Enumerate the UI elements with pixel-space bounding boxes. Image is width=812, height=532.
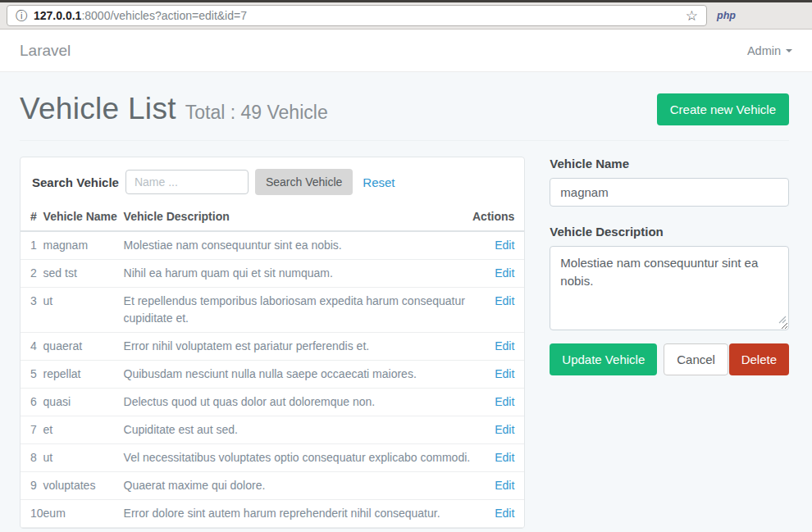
browser-toolbar: ⓘ 127.0.0.1:8000/vehicles?action=edit&id…	[0, 2, 812, 30]
php-extension-icon[interactable]: php	[717, 10, 736, 21]
search-label: Search Vehicle	[32, 175, 119, 189]
browser-chrome: ⓘ 127.0.0.1:8000/vehicles?action=edit&id…	[0, 0, 812, 30]
vehicle-description-cell: Nihil ea harum quam qui et sit numquam.	[124, 260, 472, 288]
row-number-cell: 8	[21, 444, 43, 472]
vehicle-description-cell: Error nihil voluptatem est pariatur perf…	[124, 333, 472, 361]
row-number-cell: 5	[21, 361, 43, 389]
vehicle-description-cell: Error dolore sint autem harum reprehende…	[124, 500, 472, 528]
page-title: Vehicle List	[20, 92, 176, 126]
navbar: Laravel Admin	[0, 30, 812, 72]
vehicle-name-cell: quasi	[43, 389, 124, 416]
vehicle-description-input[interactable]: Molestiae nam consequuntur sint ea nobis…	[550, 246, 789, 330]
search-form: Search Vehicle Search Vehicle Reset	[21, 157, 524, 205]
table-row: 5 repellat Quibusdam nesciunt nulla null…	[21, 361, 524, 389]
update-vehicle-button[interactable]: Update Vehicle	[550, 343, 657, 375]
vehicle-description-cell: Molestiae nam consequuntur sint ea nobis…	[124, 231, 472, 260]
delete-button[interactable]: Delete	[729, 343, 789, 375]
url-text: 127.0.0.1:8000/vehicles?action=edit&id=7	[34, 9, 247, 22]
url-host: 127.0.0.1	[34, 9, 81, 22]
vehicle-description-cell: Et repellendus temporibus laboriosam exp…	[124, 288, 472, 333]
vehicle-name-cell: quaerat	[43, 333, 124, 361]
table-row: 1 magnam Molestiae nam consequuntur sint…	[21, 231, 524, 260]
col-header-desc: Vehicle Description	[124, 205, 472, 231]
admin-menu[interactable]: Admin	[747, 44, 792, 57]
table-row: 8 ut Vel necessitatibus voluptates optio…	[21, 444, 524, 472]
row-number-cell: 9	[21, 472, 43, 500]
edit-link[interactable]: Edit	[495, 294, 514, 307]
row-number-cell: 4	[21, 333, 43, 361]
textarea-wrapper: Molestiae nam consequuntur sint ea nobis…	[550, 246, 789, 330]
vehicle-name-cell: sed tst	[43, 260, 124, 288]
caret-down-icon	[786, 49, 792, 52]
page-body: Vehicle List Total : 49 Vehicle Create n…	[0, 72, 812, 529]
vehicle-name-cell: ut	[43, 444, 124, 472]
address-bar[interactable]: ⓘ 127.0.0.1:8000/vehicles?action=edit&id…	[7, 5, 707, 26]
edit-link[interactable]: Edit	[495, 266, 514, 280]
page-header: Vehicle List Total : 49 Vehicle Create n…	[20, 72, 789, 141]
table-row: 9 voluptates Quaerat maxime qui dolore. …	[21, 472, 524, 500]
content-row: Search Vehicle Search Vehicle Reset # Ve…	[20, 157, 789, 529]
vehicle-description-cell: Quaerat maxime qui dolore.	[124, 472, 472, 500]
admin-menu-label: Admin	[747, 44, 781, 57]
vehicle-list-card: Search Vehicle Search Vehicle Reset # Ve…	[20, 157, 525, 529]
edit-link[interactable]: Edit	[495, 339, 514, 352]
edit-link[interactable]: Edit	[495, 423, 514, 436]
row-number-cell: 3	[21, 288, 43, 333]
edit-link[interactable]: Edit	[495, 451, 514, 464]
table-row: 10 eum Error dolore sint autem harum rep…	[21, 500, 524, 528]
edit-link[interactable]: Edit	[495, 367, 514, 380]
table-row: 4 quaerat Error nihil voluptatem est par…	[21, 333, 524, 361]
col-header-actions: Actions	[472, 205, 524, 231]
vehicle-name-cell: voluptates	[43, 472, 124, 500]
form-buttons: Update Vehicle Cancel Delete	[550, 343, 789, 375]
vehicle-name-input[interactable]	[550, 178, 789, 207]
row-number-cell: 2	[21, 260, 43, 288]
total-count: Total : 49 Vehicle	[185, 95, 328, 124]
col-header-name: Vehicle Name	[43, 205, 124, 231]
search-input[interactable]	[125, 170, 249, 194]
vehicle-description-cell: Delectus quod ut quas dolor aut doloremq…	[124, 389, 472, 416]
brand-laravel[interactable]: Laravel	[20, 42, 71, 60]
table-row: 2 sed tst Nihil ea harum quam qui et sit…	[21, 260, 524, 288]
table-row: 7 et Cupiditate est aut sed. Edit	[21, 416, 524, 444]
row-number-cell: 7	[21, 416, 43, 444]
create-vehicle-button[interactable]: Create new Vehicle	[657, 93, 789, 125]
cancel-button[interactable]: Cancel	[664, 343, 728, 375]
vehicle-name-cell: eum	[43, 500, 124, 528]
row-number-cell: 6	[21, 389, 43, 416]
edit-link[interactable]: Edit	[495, 395, 514, 408]
vehicle-table: # Vehicle Name Vehicle Description Actio…	[21, 205, 524, 528]
vehicle-name-cell: et	[43, 416, 124, 444]
vehicle-description-cell: Vel necessitatibus voluptates optio cons…	[124, 444, 472, 472]
vehicle-name-cell: repellat	[43, 361, 124, 389]
edit-link[interactable]: Edit	[495, 239, 514, 252]
vehicle-name-cell: ut	[43, 288, 124, 333]
vehicle-description-cell: Cupiditate est aut sed.	[124, 416, 472, 444]
site-info-icon[interactable]: ⓘ	[16, 10, 27, 21]
table-row: 6 quasi Delectus quod ut quas dolor aut …	[21, 389, 524, 416]
vehicle-name-cell: magnam	[43, 231, 124, 260]
search-button[interactable]: Search Vehicle	[255, 169, 353, 195]
url-path: :8000/vehicles?action=edit&id=7	[81, 9, 247, 22]
vehicle-description-label: Vehicle Description	[550, 225, 789, 239]
bookmark-star-icon[interactable]: ☆	[686, 9, 698, 23]
reset-link[interactable]: Reset	[363, 175, 395, 189]
vehicle-name-label: Vehicle Name	[550, 157, 789, 171]
table-row: 3 ut Et repellendus temporibus laboriosa…	[21, 288, 524, 333]
table-header-row: # Vehicle Name Vehicle Description Actio…	[21, 205, 524, 231]
edit-link[interactable]: Edit	[495, 479, 514, 492]
edit-vehicle-form: Vehicle Name Vehicle Description Molesti…	[550, 157, 789, 375]
vehicle-description-cell: Quibusdam nesciunt nulla nulla saepe occ…	[124, 361, 472, 389]
edit-link[interactable]: Edit	[495, 507, 514, 520]
row-number-cell: 1	[21, 231, 43, 260]
row-number-cell: 10	[21, 500, 43, 528]
col-header-num: #	[21, 205, 43, 231]
